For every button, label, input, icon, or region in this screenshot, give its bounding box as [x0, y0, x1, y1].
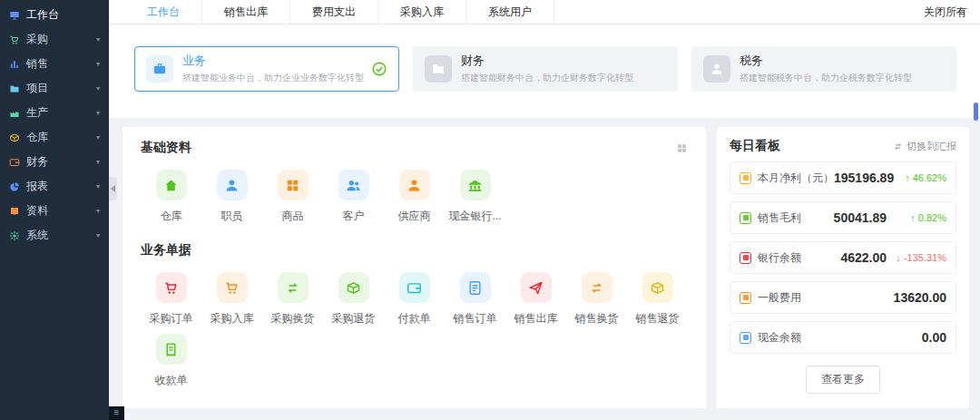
tab-bar: 工作台 销售出库 费用支出 采购入库 系统用户 关闭所有: [109, 0, 980, 24]
app-label: 销售退货: [636, 311, 680, 327]
sidebar-item-label: 采购: [26, 32, 48, 47]
sidebar-item-label: 生产: [26, 105, 48, 121]
doc-purchase-exchange[interactable]: 采购换货: [262, 272, 323, 327]
tab-purchase-inbound[interactable]: 采购入库: [378, 0, 466, 24]
app-label: 仓库: [161, 209, 182, 224]
stat-change: ↑ 46.62%: [894, 172, 946, 183]
briefcase-icon: [146, 55, 173, 83]
stat-net-profit: 本月净利（元） 195196.89 ↑ 46.62%: [730, 161, 956, 194]
tab-workbench[interactable]: 工作台: [125, 0, 202, 24]
sidebar-item-label: 仓库: [26, 130, 48, 145]
doc-purchase-inbound[interactable]: 采购入库: [201, 272, 262, 327]
app-employee[interactable]: 职员: [201, 170, 262, 224]
stat-value: 50041.89: [834, 210, 887, 225]
app-label: 销售订单: [454, 311, 497, 327]
sidebar-item-label: 报表: [26, 179, 48, 194]
chevron-down-icon: ▾: [96, 109, 100, 117]
tab-expense[interactable]: 费用支出: [290, 0, 378, 24]
stat-icon: [740, 172, 751, 184]
bar-chart-icon: [9, 59, 20, 70]
module-card-finance[interactable]: 财务 搭建智能财务中台，助力企财务数字化转型: [413, 46, 678, 92]
basic-data-row: 仓库 职员 商品 客户 供应商 现金银行...: [141, 170, 688, 231]
grid-icon[interactable]: [676, 142, 688, 154]
daily-board-title: 每日看板: [730, 138, 780, 154]
doc-sales-order[interactable]: 销售订单: [445, 272, 505, 327]
sidebar: 工作台 采购 ▾ 销售 ▾ 项目 ▾ 生产 ▾ 仓库 ▾ 财务 ▾ 报表 ▾ 资…: [0, 0, 109, 420]
user-icon: [217, 170, 248, 200]
switch-to-report-link[interactable]: 切换到汇报: [893, 140, 956, 153]
module-title: 财务: [461, 53, 633, 69]
home-icon: [156, 170, 187, 200]
sidebar-item-finance[interactable]: 财务 ▾: [0, 150, 109, 174]
monitor-icon: [9, 10, 20, 21]
gear-icon: [9, 230, 20, 241]
module-card-business[interactable]: 业务 搭建智能业务中台，助力企业业务数字化转型: [134, 46, 399, 92]
app-cash-bank[interactable]: 现金银行...: [445, 170, 505, 224]
view-more-button[interactable]: 查看更多: [806, 366, 880, 394]
folder-icon: [425, 55, 452, 83]
doc-receipt[interactable]: 收款单: [141, 334, 201, 388]
app-supplier[interactable]: 供应商: [384, 170, 445, 224]
app-label: 销售出库: [514, 311, 558, 327]
stat-icon: [740, 212, 751, 224]
app-label: 采购换货: [271, 311, 315, 327]
box-icon: [338, 272, 369, 303]
user-icon: [399, 170, 430, 200]
sidebar-item-report[interactable]: 报表 ▾: [0, 174, 109, 199]
stat-value: 0.00: [922, 330, 946, 345]
module-card-tax[interactable]: 税务 搭建智能税务中台，助力企税务数字化转型: [691, 46, 956, 92]
sidebar-item-sales[interactable]: 销售 ▾: [0, 52, 109, 76]
app-label: 采购退货: [332, 311, 376, 327]
doc-purchase-return[interactable]: 采购退货: [323, 272, 384, 327]
app-label: 供应商: [398, 209, 431, 224]
stat-label: 本月净利（元）: [758, 171, 834, 186]
sidebar-collapse-button[interactable]: ≡: [109, 406, 124, 420]
scrollbar-thumb[interactable]: [974, 103, 978, 121]
doc-purchase-order[interactable]: 采购订单: [141, 272, 201, 327]
doc-payment[interactable]: 付款单: [384, 272, 445, 327]
send-icon: [521, 272, 552, 303]
app-label: 商品: [282, 209, 304, 224]
app-warehouse[interactable]: 仓库: [141, 170, 201, 224]
sidebar-item-warehouse[interactable]: 仓库 ▾: [0, 125, 109, 150]
app-customer[interactable]: 客户: [323, 170, 384, 224]
tab-sales-outbound[interactable]: 销售出库: [202, 0, 290, 24]
sidebar-item-system[interactable]: 系统 ▾: [0, 223, 109, 248]
folder-icon: [9, 83, 20, 94]
module-desc: 搭建智能税务中台，助力企税务数字化转型: [740, 72, 912, 84]
sidebar-item-data[interactable]: 资料 ▾: [0, 199, 109, 223]
panel-collapse-handle[interactable]: [109, 177, 117, 200]
doc-sales-exchange[interactable]: 销售换货: [566, 272, 627, 327]
box-icon: [642, 272, 673, 303]
stat-cash-balance: 现金余额 0.00: [730, 321, 956, 354]
basic-data-title: 基础资料: [141, 140, 191, 156]
chevron-down-icon: ▾: [96, 207, 100, 215]
sidebar-item-label: 财务: [26, 154, 48, 170]
pie-chart-icon: [9, 181, 20, 192]
sidebar-item-workbench[interactable]: 工作台: [0, 3, 109, 27]
stat-label: 销售毛利: [758, 210, 801, 226]
sidebar-item-label: 系统: [26, 228, 48, 243]
business-docs-title: 业务单据: [141, 242, 191, 259]
doc-sales-return[interactable]: 销售退货: [627, 272, 688, 327]
stat-icon: [740, 292, 751, 304]
stat-value: 13620.00: [894, 290, 946, 305]
sidebar-item-label: 项目: [26, 81, 48, 96]
stat-label: 现金余额: [758, 330, 801, 346]
app-label: 付款单: [398, 311, 431, 327]
sidebar-item-purchase[interactable]: 采购 ▾: [0, 27, 109, 52]
sidebar-item-project[interactable]: 项目 ▾: [0, 76, 109, 101]
module-title: 业务: [182, 53, 364, 69]
sidebar-item-label: 资料: [26, 203, 48, 219]
sidebar-item-production[interactable]: 生产 ▾: [0, 101, 109, 125]
chevron-down-icon: ▾: [96, 60, 100, 68]
app-goods[interactable]: 商品: [262, 170, 323, 224]
close-all-tabs-button[interactable]: 关闭所有: [924, 5, 980, 20]
doc-sales-outbound[interactable]: 销售出库: [505, 272, 566, 327]
tab-system-users[interactable]: 系统用户: [466, 0, 554, 24]
chevron-down-icon: ▾: [96, 231, 100, 239]
shortcuts-panel: 基础资料 仓库 职员 商品 客户 供应商 现金银行... 业务单据: [122, 127, 706, 408]
chevron-down-icon: ▾: [96, 133, 100, 142]
chevron-down-icon: ▾: [96, 35, 100, 44]
chevron-down-icon: ▾: [96, 84, 100, 93]
